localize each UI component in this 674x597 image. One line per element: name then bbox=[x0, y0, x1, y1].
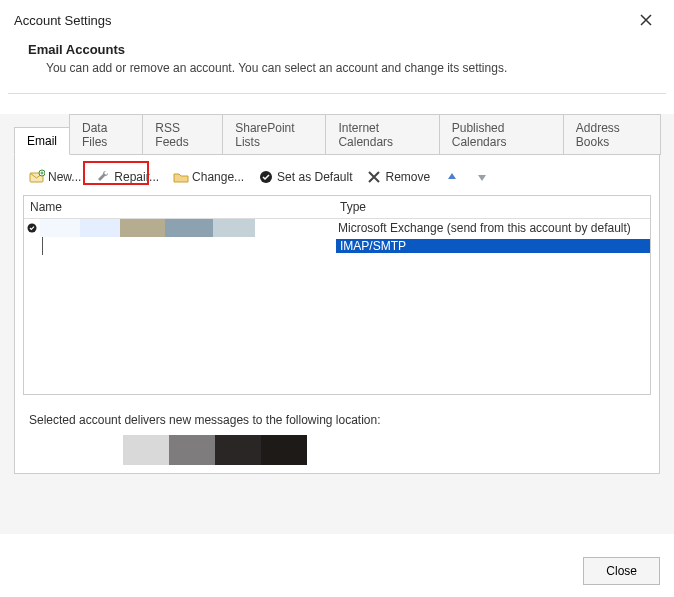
header-subtitle: You can add or remove an account. You ca… bbox=[28, 61, 660, 75]
tab-email[interactable]: Email bbox=[14, 127, 70, 155]
header-title: Email Accounts bbox=[28, 42, 660, 57]
list-header: Name Type bbox=[24, 196, 650, 219]
repair-button-label: Repair... bbox=[114, 170, 159, 184]
tab-sharepoint-lists[interactable]: SharePoint Lists bbox=[222, 114, 326, 155]
x-icon bbox=[366, 169, 382, 185]
divider bbox=[8, 93, 666, 94]
tab-published-calendars[interactable]: Published Calendars bbox=[439, 114, 564, 155]
tab-address-books[interactable]: Address Books bbox=[563, 114, 661, 155]
type-cell: IMAP/SMTP bbox=[336, 239, 650, 253]
column-header-name[interactable]: Name bbox=[24, 196, 334, 218]
footer: Close bbox=[583, 557, 660, 585]
tab-data-files[interactable]: Data Files bbox=[69, 114, 143, 155]
folder-change-icon bbox=[173, 169, 189, 185]
default-indicator bbox=[24, 223, 40, 233]
outer-panel: EmailData FilesRSS FeedsSharePoint Lists… bbox=[0, 114, 674, 534]
table-row[interactable]: IMAP/SMTP bbox=[24, 237, 650, 255]
delivery-location-display bbox=[123, 435, 651, 465]
column-header-type[interactable]: Type bbox=[334, 196, 650, 218]
name-cell bbox=[40, 219, 334, 237]
move-down-button[interactable] bbox=[470, 167, 494, 187]
new-button[interactable]: New... bbox=[25, 167, 85, 187]
tab-internet-calendars[interactable]: Internet Calendars bbox=[325, 114, 439, 155]
window-close-button[interactable] bbox=[632, 10, 660, 30]
set-default-button-label: Set as Default bbox=[277, 170, 352, 184]
repair-button[interactable]: Repair... bbox=[91, 167, 163, 187]
tab-content-email: New... Repair... Change... bbox=[14, 154, 660, 474]
mail-new-icon bbox=[29, 169, 45, 185]
account-list[interactable]: Name Type Microsoft Exchange (send from … bbox=[23, 195, 651, 395]
tab-rss-feeds[interactable]: RSS Feeds bbox=[142, 114, 223, 155]
toolbar: New... Repair... Change... bbox=[23, 163, 651, 195]
check-circle-icon bbox=[258, 169, 274, 185]
remove-button-label: Remove bbox=[385, 170, 430, 184]
account-settings-dialog: Account Settings Email Accounts You can … bbox=[0, 0, 674, 597]
type-cell: Microsoft Exchange (send from this accou… bbox=[334, 221, 650, 235]
wrench-icon bbox=[95, 169, 111, 185]
list-rows: Microsoft Exchange (send from this accou… bbox=[24, 219, 650, 255]
name-cell bbox=[42, 237, 336, 255]
change-button-label: Change... bbox=[192, 170, 244, 184]
tabs: EmailData FilesRSS FeedsSharePoint Lists… bbox=[14, 114, 660, 155]
move-up-button[interactable] bbox=[440, 167, 464, 187]
titlebar: Account Settings bbox=[0, 0, 674, 36]
arrow-down-icon bbox=[474, 169, 490, 185]
new-button-label: New... bbox=[48, 170, 81, 184]
change-button[interactable]: Change... bbox=[169, 167, 248, 187]
header-block: Email Accounts You can add or remove an … bbox=[0, 36, 674, 93]
remove-button[interactable]: Remove bbox=[362, 167, 434, 187]
window-title: Account Settings bbox=[14, 13, 112, 28]
close-icon bbox=[640, 14, 652, 26]
close-button[interactable]: Close bbox=[583, 557, 660, 585]
delivery-label: Selected account delivers new messages t… bbox=[29, 413, 645, 427]
table-row[interactable]: Microsoft Exchange (send from this accou… bbox=[24, 219, 650, 237]
arrow-up-icon bbox=[444, 169, 460, 185]
set-default-button[interactable]: Set as Default bbox=[254, 167, 356, 187]
